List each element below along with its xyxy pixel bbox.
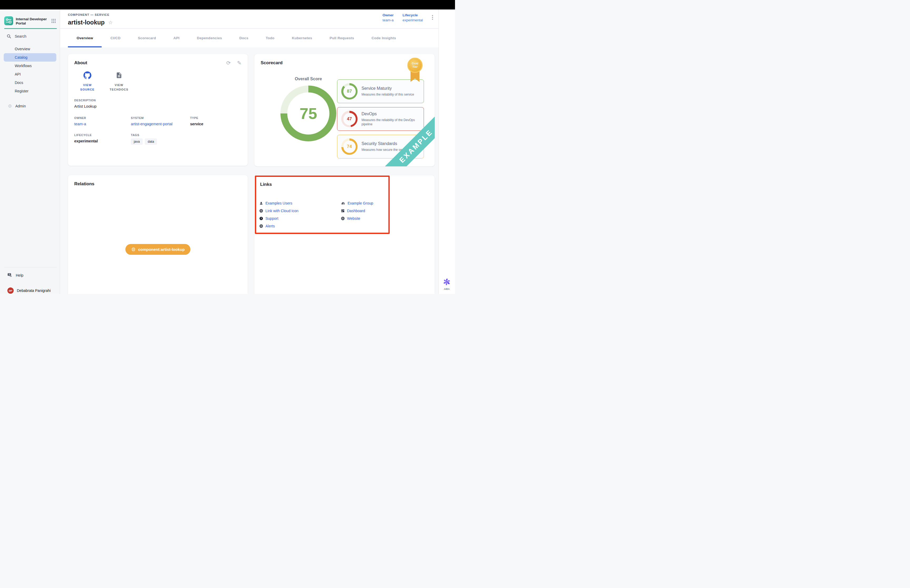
admin-label: Admin: [15, 104, 26, 108]
search-label: Search: [15, 34, 26, 39]
portal-title: Internal Developer Portal: [16, 17, 47, 26]
about-card: About ⟳ ✎: [68, 54, 248, 166]
kebab-menu-icon[interactable]: [432, 15, 433, 21]
user-menu[interactable]: DP Debabrata Panigrahi: [0, 285, 60, 294]
favorite-star-icon[interactable]: ☆: [108, 20, 113, 25]
view-source-button[interactable]: VIEW SOURCE: [74, 71, 100, 92]
overall-score-donut: 75: [280, 86, 336, 141]
description-value: Artist Lookup: [74, 104, 241, 108]
sidebar-nav: Overview Catalog Workflows API Docs Regi…: [0, 45, 60, 95]
view-source-label-1: VIEW: [74, 83, 100, 87]
description-label: DESCRIPTION: [74, 99, 241, 102]
owner-label: Owner: [383, 13, 394, 17]
tab-docs[interactable]: Docs: [231, 29, 257, 47]
right-rail: AIDA: [438, 10, 455, 294]
lifecycle-label: Lifecycle: [402, 13, 423, 17]
security-standards-desc: Measures how secure the serv: [362, 148, 404, 152]
tab-scorecard[interactable]: Scorecard: [129, 29, 165, 47]
metric-card-service-maturity[interactable]: 87 Service Maturity Measures the reliabi…: [337, 79, 424, 103]
breadcrumb: COMPONENT — SERVICE: [68, 13, 110, 16]
help-chat-icon: ?: [7, 273, 13, 278]
apps-grid-icon[interactable]: [51, 19, 56, 24]
search-icon: [7, 34, 11, 39]
sidebar-item-api[interactable]: API: [4, 70, 57, 78]
relations-card: Relations: [68, 175, 248, 294]
gear-icon: ⚙: [8, 103, 12, 109]
view-techdocs-button[interactable]: VIEW TECHDOCS: [106, 71, 132, 92]
help-label: Help: [16, 273, 23, 278]
links-card: Links Examples Users: [254, 175, 435, 294]
about-title: About: [74, 60, 87, 66]
overall-score-value: 75: [287, 92, 330, 134]
tags-field-label: TAGS: [131, 133, 190, 137]
tag-chip[interactable]: java: [131, 139, 143, 145]
portal-logo-icon: [4, 16, 13, 26]
lifecycle-field-value: experimental: [74, 139, 131, 143]
gold-tier-badge: Gold Tier: [407, 58, 423, 73]
relations-entity-chip[interactable]: component:artist-lookup: [125, 244, 191, 255]
main-area: COMPONENT — SERVICE artist-lookup ☆ Owne…: [60, 10, 438, 294]
lifecycle-value: experimental: [402, 18, 423, 22]
sidebar-item-admin[interactable]: ⚙ Admin: [0, 102, 60, 111]
scorecard-card: Scorecard Gold Tier Overall Score 75: [254, 54, 435, 166]
view-techdocs-label-1: VIEW: [106, 83, 132, 87]
svg-text:?: ?: [9, 273, 10, 276]
relations-title: Relations: [74, 181, 95, 186]
badge-line-1: Gold: [412, 62, 418, 65]
page-title: artist-lookup: [68, 19, 105, 26]
top-black-bar: [0, 0, 455, 10]
badge-line-2: Tier: [412, 65, 418, 69]
tab-code-insights[interactable]: Code Insights: [363, 29, 405, 47]
system-field-value[interactable]: artist-engagement-portal: [131, 122, 190, 126]
github-icon: [84, 71, 91, 79]
user-name: Debabrata Panigrahi: [17, 289, 50, 293]
links-highlight-box: [255, 176, 390, 234]
tab-cicd[interactable]: CI/CD: [102, 29, 129, 47]
owner-value: team-a: [383, 18, 394, 22]
devops-title: DevOps: [362, 111, 420, 116]
owner-field-value[interactable]: team-a: [74, 122, 131, 126]
service-maturity-desc: Measures the reliability of this service: [362, 92, 414, 97]
sidebar-item-workflows[interactable]: Workflows: [4, 61, 57, 70]
brand-divider: [4, 28, 57, 29]
help-button[interactable]: ? Help: [0, 271, 60, 279]
aida-label: AIDA: [443, 288, 451, 290]
service-maturity-title: Service Maturity: [362, 86, 414, 91]
system-field-label: SYSTEM: [131, 116, 190, 120]
edit-pencil-icon[interactable]: ✎: [237, 60, 241, 66]
service-maturity-donut: 87: [341, 83, 357, 100]
tab-todo[interactable]: Todo: [257, 29, 283, 47]
search-input[interactable]: Search: [0, 32, 60, 41]
type-field-value: service: [190, 122, 241, 126]
tab-pull-requests[interactable]: Pull Requests: [321, 29, 363, 47]
refresh-icon[interactable]: ⟳: [226, 60, 231, 66]
view-techdocs-label-2: TECHDOCS: [106, 87, 132, 92]
relations-chip-label: component:artist-lookup: [138, 247, 185, 252]
lifecycle-field-label: LIFECYCLE: [74, 133, 131, 137]
view-source-label-2: SOURCE: [74, 87, 100, 92]
chip-icon: [131, 247, 136, 252]
sidebar-item-docs[interactable]: Docs: [4, 78, 57, 87]
avatar: DP: [7, 288, 14, 294]
devops-desc: Measures the reliability of the DevOps p…: [362, 118, 420, 126]
service-maturity-score: 87: [343, 85, 356, 98]
entity-header: COMPONENT — SERVICE artist-lookup ☆ Owne…: [60, 10, 438, 29]
aida-widget[interactable]: AIDA: [443, 278, 451, 290]
scorecard-title: Scorecard: [261, 60, 283, 65]
sidebar-item-overview[interactable]: Overview: [4, 45, 57, 53]
devops-donut: 47: [341, 111, 357, 127]
tab-api[interactable]: API: [165, 29, 188, 47]
sidebar-item-catalog[interactable]: Catalog: [4, 53, 57, 61]
devops-score: 47: [343, 113, 356, 125]
type-field-label: TYPE: [190, 116, 241, 120]
document-icon: [116, 71, 123, 79]
tag-chip[interactable]: data: [145, 139, 157, 145]
sidebar-item-register[interactable]: Register: [4, 87, 57, 95]
sidebar: Internal Developer Portal Search Overvie…: [0, 10, 60, 294]
aida-flower-icon: [443, 278, 451, 286]
tab-overview[interactable]: Overview: [68, 29, 102, 47]
metric-card-devops[interactable]: 47 DevOps Measures the reliability of th…: [337, 107, 424, 131]
tab-kubernetes[interactable]: Kubernetes: [283, 29, 321, 47]
tab-dependencies[interactable]: Dependencies: [188, 29, 231, 47]
header-owner[interactable]: Owner team-a: [383, 13, 394, 22]
